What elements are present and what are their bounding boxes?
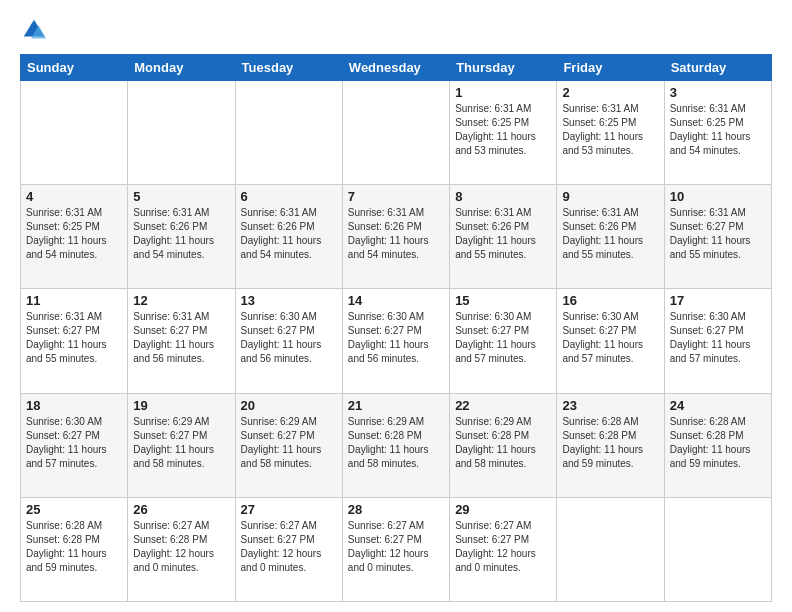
week-row-4: 18Sunrise: 6:30 AM Sunset: 6:27 PM Dayli…: [21, 393, 772, 497]
day-number: 9: [562, 189, 658, 204]
calendar-cell: 12Sunrise: 6:31 AM Sunset: 6:27 PM Dayli…: [128, 289, 235, 393]
day-info: Sunrise: 6:29 AM Sunset: 6:27 PM Dayligh…: [241, 415, 337, 471]
day-header-monday: Monday: [128, 55, 235, 81]
day-info: Sunrise: 6:27 AM Sunset: 6:27 PM Dayligh…: [241, 519, 337, 575]
day-number: 16: [562, 293, 658, 308]
day-number: 7: [348, 189, 444, 204]
day-header-tuesday: Tuesday: [235, 55, 342, 81]
calendar-cell: [128, 81, 235, 185]
day-info: Sunrise: 6:31 AM Sunset: 6:26 PM Dayligh…: [348, 206, 444, 262]
day-info: Sunrise: 6:30 AM Sunset: 6:27 PM Dayligh…: [562, 310, 658, 366]
day-info: Sunrise: 6:28 AM Sunset: 6:28 PM Dayligh…: [670, 415, 766, 471]
calendar-cell: 15Sunrise: 6:30 AM Sunset: 6:27 PM Dayli…: [450, 289, 557, 393]
calendar-cell: 3Sunrise: 6:31 AM Sunset: 6:25 PM Daylig…: [664, 81, 771, 185]
day-number: 20: [241, 398, 337, 413]
calendar-cell: 21Sunrise: 6:29 AM Sunset: 6:28 PM Dayli…: [342, 393, 449, 497]
day-header-saturday: Saturday: [664, 55, 771, 81]
day-info: Sunrise: 6:29 AM Sunset: 6:28 PM Dayligh…: [348, 415, 444, 471]
calendar-cell: 28Sunrise: 6:27 AM Sunset: 6:27 PM Dayli…: [342, 497, 449, 601]
day-info: Sunrise: 6:31 AM Sunset: 6:27 PM Dayligh…: [133, 310, 229, 366]
day-number: 4: [26, 189, 122, 204]
calendar-cell: [21, 81, 128, 185]
calendar-cell: 18Sunrise: 6:30 AM Sunset: 6:27 PM Dayli…: [21, 393, 128, 497]
calendar-cell: 25Sunrise: 6:28 AM Sunset: 6:28 PM Dayli…: [21, 497, 128, 601]
calendar-cell: 16Sunrise: 6:30 AM Sunset: 6:27 PM Dayli…: [557, 289, 664, 393]
calendar-cell: [235, 81, 342, 185]
day-info: Sunrise: 6:31 AM Sunset: 6:26 PM Dayligh…: [133, 206, 229, 262]
calendar-body: 1Sunrise: 6:31 AM Sunset: 6:25 PM Daylig…: [21, 81, 772, 602]
day-number: 21: [348, 398, 444, 413]
day-info: Sunrise: 6:29 AM Sunset: 6:28 PM Dayligh…: [455, 415, 551, 471]
day-number: 14: [348, 293, 444, 308]
day-info: Sunrise: 6:31 AM Sunset: 6:25 PM Dayligh…: [455, 102, 551, 158]
calendar-cell: 23Sunrise: 6:28 AM Sunset: 6:28 PM Dayli…: [557, 393, 664, 497]
day-info: Sunrise: 6:28 AM Sunset: 6:28 PM Dayligh…: [562, 415, 658, 471]
week-row-3: 11Sunrise: 6:31 AM Sunset: 6:27 PM Dayli…: [21, 289, 772, 393]
day-number: 25: [26, 502, 122, 517]
calendar-cell: 17Sunrise: 6:30 AM Sunset: 6:27 PM Dayli…: [664, 289, 771, 393]
day-number: 13: [241, 293, 337, 308]
calendar-cell: 10Sunrise: 6:31 AM Sunset: 6:27 PM Dayli…: [664, 185, 771, 289]
calendar-cell: 9Sunrise: 6:31 AM Sunset: 6:26 PM Daylig…: [557, 185, 664, 289]
day-info: Sunrise: 6:31 AM Sunset: 6:26 PM Dayligh…: [241, 206, 337, 262]
day-number: 5: [133, 189, 229, 204]
day-info: Sunrise: 6:31 AM Sunset: 6:27 PM Dayligh…: [670, 206, 766, 262]
day-info: Sunrise: 6:30 AM Sunset: 6:27 PM Dayligh…: [455, 310, 551, 366]
day-info: Sunrise: 6:27 AM Sunset: 6:27 PM Dayligh…: [348, 519, 444, 575]
day-number: 27: [241, 502, 337, 517]
day-info: Sunrise: 6:29 AM Sunset: 6:27 PM Dayligh…: [133, 415, 229, 471]
week-row-1: 1Sunrise: 6:31 AM Sunset: 6:25 PM Daylig…: [21, 81, 772, 185]
day-number: 19: [133, 398, 229, 413]
calendar-cell: 22Sunrise: 6:29 AM Sunset: 6:28 PM Dayli…: [450, 393, 557, 497]
calendar-header: SundayMondayTuesdayWednesdayThursdayFrid…: [21, 55, 772, 81]
day-number: 18: [26, 398, 122, 413]
day-number: 2: [562, 85, 658, 100]
day-number: 17: [670, 293, 766, 308]
day-info: Sunrise: 6:30 AM Sunset: 6:27 PM Dayligh…: [670, 310, 766, 366]
calendar-table: SundayMondayTuesdayWednesdayThursdayFrid…: [20, 54, 772, 602]
day-number: 1: [455, 85, 551, 100]
day-info: Sunrise: 6:30 AM Sunset: 6:27 PM Dayligh…: [241, 310, 337, 366]
logo-icon: [20, 16, 48, 44]
day-number: 6: [241, 189, 337, 204]
day-number: 29: [455, 502, 551, 517]
calendar-cell: 8Sunrise: 6:31 AM Sunset: 6:26 PM Daylig…: [450, 185, 557, 289]
day-info: Sunrise: 6:31 AM Sunset: 6:25 PM Dayligh…: [670, 102, 766, 158]
day-info: Sunrise: 6:28 AM Sunset: 6:28 PM Dayligh…: [26, 519, 122, 575]
day-info: Sunrise: 6:31 AM Sunset: 6:25 PM Dayligh…: [26, 206, 122, 262]
calendar-cell: 29Sunrise: 6:27 AM Sunset: 6:27 PM Dayli…: [450, 497, 557, 601]
day-number: 26: [133, 502, 229, 517]
calendar-cell: 4Sunrise: 6:31 AM Sunset: 6:25 PM Daylig…: [21, 185, 128, 289]
day-info: Sunrise: 6:31 AM Sunset: 6:25 PM Dayligh…: [562, 102, 658, 158]
day-header-sunday: Sunday: [21, 55, 128, 81]
day-header-thursday: Thursday: [450, 55, 557, 81]
day-info: Sunrise: 6:31 AM Sunset: 6:27 PM Dayligh…: [26, 310, 122, 366]
calendar-cell: 5Sunrise: 6:31 AM Sunset: 6:26 PM Daylig…: [128, 185, 235, 289]
calendar-cell: 6Sunrise: 6:31 AM Sunset: 6:26 PM Daylig…: [235, 185, 342, 289]
day-header-friday: Friday: [557, 55, 664, 81]
week-row-5: 25Sunrise: 6:28 AM Sunset: 6:28 PM Dayli…: [21, 497, 772, 601]
day-number: 24: [670, 398, 766, 413]
calendar-cell: [664, 497, 771, 601]
week-row-2: 4Sunrise: 6:31 AM Sunset: 6:25 PM Daylig…: [21, 185, 772, 289]
calendar-cell: [342, 81, 449, 185]
calendar-cell: 20Sunrise: 6:29 AM Sunset: 6:27 PM Dayli…: [235, 393, 342, 497]
calendar-cell: 1Sunrise: 6:31 AM Sunset: 6:25 PM Daylig…: [450, 81, 557, 185]
day-number: 3: [670, 85, 766, 100]
calendar-cell: 27Sunrise: 6:27 AM Sunset: 6:27 PM Dayli…: [235, 497, 342, 601]
logo: [20, 16, 50, 44]
calendar-cell: 7Sunrise: 6:31 AM Sunset: 6:26 PM Daylig…: [342, 185, 449, 289]
calendar-cell: 26Sunrise: 6:27 AM Sunset: 6:28 PM Dayli…: [128, 497, 235, 601]
day-info: Sunrise: 6:30 AM Sunset: 6:27 PM Dayligh…: [348, 310, 444, 366]
page: SundayMondayTuesdayWednesdayThursdayFrid…: [0, 0, 792, 612]
day-number: 15: [455, 293, 551, 308]
calendar-cell: 19Sunrise: 6:29 AM Sunset: 6:27 PM Dayli…: [128, 393, 235, 497]
day-number: 28: [348, 502, 444, 517]
calendar-cell: 13Sunrise: 6:30 AM Sunset: 6:27 PM Dayli…: [235, 289, 342, 393]
day-info: Sunrise: 6:27 AM Sunset: 6:27 PM Dayligh…: [455, 519, 551, 575]
day-number: 11: [26, 293, 122, 308]
day-info: Sunrise: 6:31 AM Sunset: 6:26 PM Dayligh…: [455, 206, 551, 262]
day-number: 12: [133, 293, 229, 308]
day-header-wednesday: Wednesday: [342, 55, 449, 81]
day-info: Sunrise: 6:27 AM Sunset: 6:28 PM Dayligh…: [133, 519, 229, 575]
